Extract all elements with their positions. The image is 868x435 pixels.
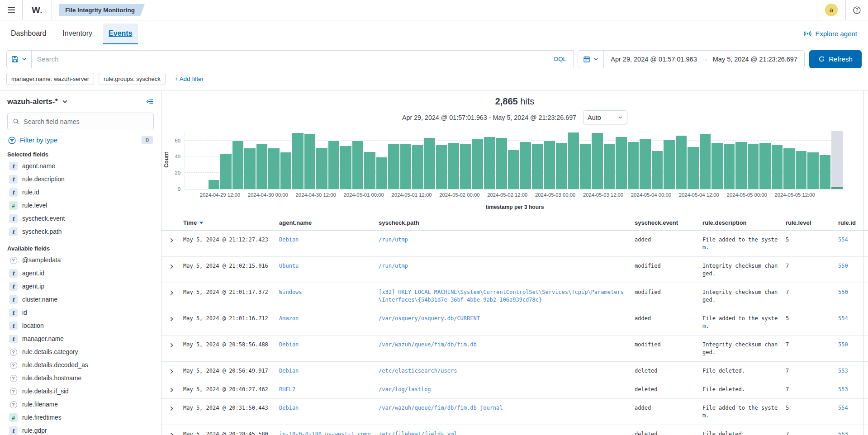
field-item[interactable]: t agent.name	[7, 160, 154, 173]
field-item[interactable]: t id	[7, 306, 154, 319]
cell-time: May 5, 2024 @ 21:01:17.372	[183, 289, 268, 295]
cell-syscheck-path[interactable]: [x32] HKEY_LOCAL_MACHINE\System\CurrentC…	[379, 288, 626, 304]
date-range[interactable]: Apr 29, 2024 @ 01:57:01.963 → May 5, 202…	[604, 56, 804, 63]
expand-row-button[interactable]	[168, 386, 175, 395]
tab[interactable]: Inventory	[57, 24, 98, 43]
field-item[interactable]: t rule.id	[7, 186, 154, 199]
field-item[interactable]: # rule.level	[7, 199, 154, 212]
menu-button[interactable]	[0, 0, 22, 20]
field-item[interactable]: ? rule.details.category	[7, 345, 154, 359]
histogram-bars[interactable]	[185, 131, 843, 189]
cell-rule-id[interactable]: 554	[838, 236, 848, 243]
table-column-header[interactable]: Time	[180, 217, 275, 231]
chevron-right-icon	[169, 387, 175, 393]
hits-counter: 2,865 hits	[161, 96, 868, 107]
cell-rule-description: File added to the system.	[702, 404, 779, 420]
field-item[interactable]: t location	[7, 319, 154, 332]
breadcrumb[interactable]: File Integrity Monitoring	[59, 4, 145, 16]
expand-row-button[interactable]	[168, 431, 175, 435]
field-search-placeholder: Search field names	[24, 118, 80, 125]
date-range-end[interactable]: May 5, 2024 @ 21:23:26.697	[713, 56, 797, 63]
cell-time: May 5, 2024 @ 20:28:45.580	[183, 431, 268, 435]
cell-syscheck-path[interactable]: /var/wazuh/queue/fim/db/fim.db	[379, 341, 626, 349]
field-item[interactable]: t manager.name	[7, 332, 154, 345]
cell-agent-name[interactable]: Amazon	[279, 315, 372, 322]
chart-range-label: Apr 29, 2024 @ 01:57:01.963 - May 5, 202…	[402, 114, 576, 121]
cell-rule-id[interactable]: 550	[838, 341, 848, 348]
field-search-input[interactable]: Search field names	[7, 113, 154, 130]
filter-by-type[interactable]: Filter by type 0	[7, 136, 154, 144]
cell-rule-id[interactable]: 553	[838, 386, 848, 392]
index-pattern-switcher[interactable]: wazuh-alerts-*	[7, 97, 68, 106]
cell-agent-name[interactable]: Debian	[279, 236, 372, 244]
cell-agent-name[interactable]: Ubuntu	[279, 262, 372, 270]
field-item[interactable]: ? rule.details.decoded_as	[7, 359, 154, 372]
date-range-start[interactable]: Apr 29, 2024 @ 01:57:01.963	[611, 56, 697, 63]
saved-query-button[interactable]	[6, 50, 31, 68]
selected-fields-list: t agent.name t rule.description t rule.i…	[7, 160, 154, 238]
cell-rule-id[interactable]: 553	[838, 431, 848, 435]
field-item[interactable]: t syscheck.event	[7, 212, 154, 225]
table-column-header[interactable]: rule.description	[699, 217, 782, 231]
cell-agent-name[interactable]: Debian	[279, 341, 372, 349]
cell-rule-id[interactable]: 554	[838, 405, 848, 411]
cell-agent-name[interactable]: ip-10-0-0-180.us-west-1.compute.internal	[279, 430, 372, 435]
refresh-button[interactable]: Refresh	[809, 50, 862, 68]
wazuh-logo[interactable]: W.	[23, 5, 52, 15]
field-item[interactable]: t rule.gdpr	[7, 424, 154, 435]
field-item[interactable]: # rule.firedtimes	[7, 411, 154, 424]
field-item[interactable]: t agent.ip	[7, 280, 154, 293]
table-column-header[interactable]: syscheck.event	[631, 217, 699, 231]
help-button[interactable]: ?	[846, 0, 868, 20]
cell-rule-id[interactable]: 550	[838, 289, 848, 295]
hamburger-icon	[7, 6, 15, 14]
cell-rule-id[interactable]: 553	[838, 368, 848, 374]
expand-row-button[interactable]	[168, 263, 175, 272]
field-name: cluster.name	[22, 296, 57, 303]
field-item[interactable]: ? rule.filename	[7, 398, 154, 411]
expand-row-button[interactable]	[168, 236, 175, 246]
cell-rule-id[interactable]: 554	[838, 315, 848, 322]
field-item[interactable]: ? rule.details.hostname	[7, 372, 154, 385]
tab[interactable]: Dashboard	[5, 24, 52, 43]
collapse-sidebar-button[interactable]	[146, 98, 154, 105]
tab[interactable]: Events	[103, 24, 138, 43]
cell-syscheck-path[interactable]: /var/wazuh/queue/fim/db/fim.db-journal	[379, 404, 626, 412]
cell-syscheck-path[interactable]: /var/log/lastlog	[379, 386, 626, 393]
cell-rule-id[interactable]: 550	[838, 263, 848, 269]
table-column-header[interactable]: agent.name	[275, 217, 375, 231]
date-quick-select-button[interactable]	[578, 51, 604, 68]
explore-agent-link[interactable]: Explore agent	[804, 30, 857, 38]
table-header-row: Timeagent.namesyscheck.pathsyscheck.even…	[161, 217, 868, 231]
cell-syscheck-path[interactable]: /var/osquery/osquery.db/CURRENT	[379, 315, 626, 322]
expand-row-button[interactable]	[168, 289, 175, 298]
cell-agent-name[interactable]: Debian	[279, 404, 372, 412]
expand-row-button[interactable]	[168, 341, 175, 350]
expand-row-button[interactable]	[168, 368, 175, 377]
field-item[interactable]: t syscheck.path	[7, 225, 154, 238]
cell-agent-name[interactable]: RHEL7	[279, 386, 372, 393]
cell-syscheck-path[interactable]: /run/utmp	[379, 262, 626, 270]
field-item[interactable]: ? @sampledata	[7, 254, 154, 267]
field-item[interactable]: ? rule.details.if_sid	[7, 385, 154, 398]
field-item[interactable]: t cluster.name	[7, 293, 154, 306]
table-column-header[interactable]: rule.level	[782, 217, 835, 231]
avatar[interactable]: a	[825, 4, 838, 16]
search-input[interactable]: Search DQL	[31, 50, 574, 68]
filter-pill[interactable]: rule.groups: syscheck	[99, 73, 166, 85]
field-item[interactable]: t rule.description	[7, 173, 154, 186]
cell-syscheck-path[interactable]: /etc/filebeat/fields.yml	[379, 430, 626, 435]
cell-syscheck-path[interactable]: /run/utmp	[379, 236, 626, 244]
expand-row-button[interactable]	[168, 315, 175, 324]
expand-row-button[interactable]	[168, 405, 175, 414]
table-column-header[interactable]: syscheck.path	[375, 217, 631, 231]
add-filter-button[interactable]: + Add filter	[175, 76, 204, 82]
cell-agent-name[interactable]: Debian	[279, 367, 372, 375]
cell-agent-name[interactable]: Windows	[279, 288, 372, 296]
interval-select[interactable]: Auto	[583, 110, 627, 124]
query-language-button[interactable]: DQL	[552, 56, 569, 62]
field-item[interactable]: t agent.id	[7, 267, 154, 280]
divider	[817, 0, 817, 20]
filter-pill[interactable]: manager.name: wazuh-server	[6, 73, 94, 85]
cell-syscheck-path[interactable]: /etc/elasticsearch/users	[379, 367, 626, 375]
